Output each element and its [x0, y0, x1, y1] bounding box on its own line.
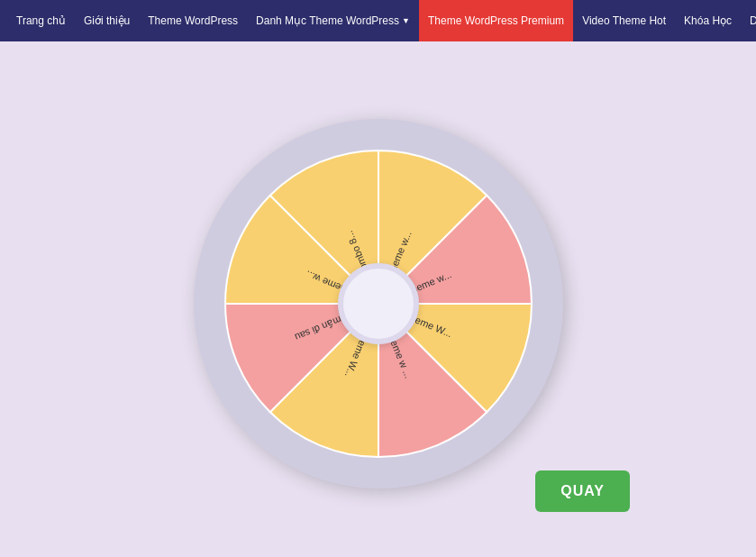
- chevron-down-icon: ▼: [402, 16, 410, 25]
- nav-item-theme-wordpress-premium[interactable]: Theme WordPress Premium: [419, 0, 573, 41]
- wheel-outer: Theme w... Theme w... Theme W... Theme w…: [194, 119, 563, 489]
- nav-item-giới-thiệu[interactable]: Giới thiệu: [75, 0, 139, 41]
- spin-wheel-container: Theme w... Theme w... Theme W... Theme w…: [194, 119, 563, 489]
- nav-item-theme-wordpress[interactable]: Theme WordPress: [139, 0, 247, 41]
- nav-item-dự-án-thực-hiện[interactable]: Dự án thực hiện: [741, 0, 756, 41]
- nav-item-trang-chủ[interactable]: Trang chủ: [7, 0, 75, 41]
- nav-item-khóa-học[interactable]: Khóa Học: [675, 0, 741, 41]
- main-content: Theme w... Theme w... Theme W... Theme w…: [0, 41, 756, 557]
- navbar: Trang chủGiới thiệuTheme WordPressDanh M…: [0, 0, 756, 41]
- quay-button[interactable]: QUAY: [535, 470, 630, 512]
- wheel-center: [338, 263, 419, 344]
- nav-item-video-theme-hot[interactable]: Video Theme Hot: [573, 0, 675, 41]
- nav-item-danh-mục-theme-wordpress[interactable]: Danh Mục Theme WordPress▼: [247, 0, 419, 41]
